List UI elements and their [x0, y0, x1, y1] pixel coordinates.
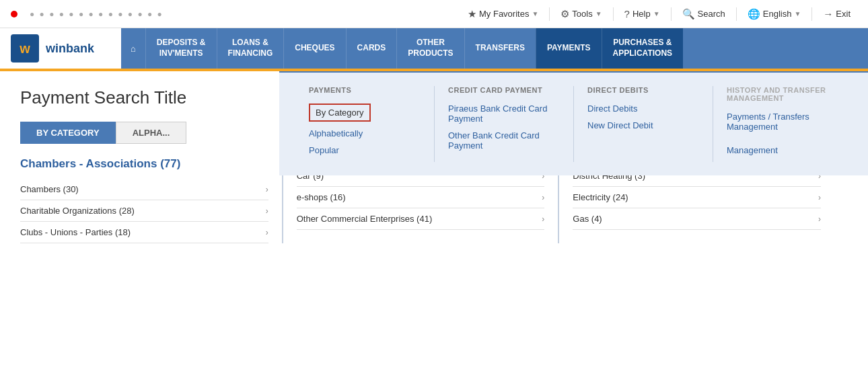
logo-icon: w — [11, 34, 39, 63]
search-label: Search — [698, 9, 725, 19]
dropdown-credit-title: CREDIT CARD PAYMENT — [448, 86, 560, 94]
url-bar: ● ● ● ● ● ● ● ● ● ● ● ● ● ● — [24, 9, 458, 19]
help-chevron: ▼ — [653, 10, 660, 17]
favorites-chevron: ▼ — [532, 10, 538, 17]
tools-icon: ⚙ — [560, 8, 569, 20]
exit-icon: → — [823, 8, 833, 19]
category-header-1: Chambers - Associations (77) — [20, 157, 268, 171]
exit-button[interactable]: → Exit — [816, 5, 857, 22]
nav-cheques[interactable]: CHEQUES — [283, 28, 345, 69]
search-button[interactable]: 🔍 Search — [676, 5, 732, 23]
tools-chevron: ▼ — [595, 10, 602, 17]
dropdown-history-col: HISTORY AND TRANSFER MANAGEMENT Payments… — [713, 86, 852, 162]
nav-loans[interactable]: LOANS &FINANCING — [217, 28, 284, 69]
divider4 — [736, 7, 737, 21]
nav-transfers[interactable]: TRANSFERS — [464, 28, 536, 69]
chevron-icon: › — [542, 193, 544, 202]
logo-area: w winbank — [0, 28, 121, 69]
nav-other-products[interactable]: OTHERPRODUCTS — [396, 28, 464, 69]
globe-icon: 🌐 — [748, 8, 760, 20]
dropdown-debits-col: DIRECT DEBITS Direct Debits New Direct D… — [574, 86, 713, 162]
chevron-icon: › — [266, 206, 268, 216]
exit-label: Exit — [836, 9, 851, 19]
home-button[interactable]: ⌂ — [121, 28, 145, 69]
help-icon: ? — [624, 8, 630, 19]
top-bar: ● ● ● ● ● ● ● ● ● ● ● ● ● ● ★ My Favorit… — [0, 0, 868, 28]
lang-chevron: ▼ — [794, 10, 801, 17]
nav-payments[interactable]: PAYMENTS — [536, 28, 602, 69]
category-item-clubs[interactable]: Clubs - Unions - Parties (18) › — [20, 222, 268, 243]
category-item-charitable[interactable]: Charitable Organizations (28) › — [20, 200, 268, 222]
dropdown-by-category[interactable]: By Category — [309, 104, 371, 122]
payments-dropdown: PAYMENTS By Category Alphabetically Popu… — [279, 71, 868, 175]
language-button[interactable]: 🌐 English ▼ — [741, 5, 808, 23]
category-item-electricity[interactable]: Electricity (24) › — [573, 187, 821, 208]
chevron-icon: › — [266, 228, 268, 237]
dropdown-alphabetically[interactable]: Alphabetically — [309, 128, 421, 138]
category-item-chambers[interactable]: Chambers (30) › — [20, 179, 268, 200]
dropdown-payments-title: PAYMENTS — [309, 86, 421, 94]
logo-text: winbank — [46, 42, 94, 56]
language-label: English — [763, 9, 792, 19]
category-item-eshops[interactable]: e-shops (16) › — [297, 187, 545, 208]
chevron-icon: › — [266, 185, 268, 194]
favorites-label: My Favorites — [479, 9, 529, 19]
help-button[interactable]: ? Help ▼ — [618, 5, 667, 22]
dropdown-history-title: HISTORY AND TRANSFER MANAGEMENT — [727, 86, 838, 102]
dropdown-new-direct-debit[interactable]: New Direct Debit — [587, 120, 699, 130]
nav-deposits[interactable]: DEPOSITS &INV'MENTS — [145, 28, 217, 69]
category-item-commercial[interactable]: Other Commercial Enterprises (41) › — [297, 208, 545, 230]
help-label: Help — [632, 9, 651, 19]
search-icon: 🔍 — [682, 8, 695, 20]
chevron-icon: › — [542, 214, 544, 224]
tab-by-category[interactable]: BY CATEGORY — [20, 122, 116, 144]
nav-bar: w winbank ⌂ DEPOSITS &INV'MENTS LOANS &F… — [0, 28, 868, 69]
my-favorites-button[interactable]: ★ My Favorites ▼ — [461, 5, 545, 23]
logo-char: w — [20, 41, 30, 56]
chevron-icon: › — [818, 193, 821, 202]
divider2 — [613, 7, 614, 21]
home-icon: ⌂ — [131, 44, 136, 54]
chevron-icon: › — [818, 214, 821, 224]
category-col-1: Chambers - Associations (77) Chambers (3… — [20, 157, 283, 243]
dropdown-other-cc[interactable]: Other Bank Credit Card Payment — [448, 130, 560, 151]
dropdown-management[interactable]: Management — [727, 145, 838, 155]
dropdown-popular[interactable]: Popular — [309, 145, 421, 155]
nav-items: DEPOSITS &INV'MENTS LOANS &FINANCING CHE… — [145, 28, 868, 69]
dropdown-payments-col: PAYMENTS By Category Alphabetically Popu… — [295, 86, 435, 162]
nav-cards[interactable]: CARDS — [346, 28, 397, 69]
divider — [549, 7, 550, 21]
tab-alphabetically[interactable]: ALPHA... — [116, 122, 187, 144]
favorites-icon: ★ — [468, 8, 476, 20]
tools-button[interactable]: ⚙ Tools ▼ — [554, 5, 608, 23]
dropdown-piraeus-cc[interactable]: Piraeus Bank Credit Card Payment — [448, 104, 560, 124]
dropdown-direct-debits[interactable]: Direct Debits — [587, 104, 699, 114]
divider5 — [811, 7, 812, 21]
dropdown-debits-title: DIRECT DEBITS — [587, 86, 699, 94]
divider3 — [671, 7, 672, 21]
tools-label: Tools — [572, 9, 592, 19]
dropdown-payments-transfers[interactable]: Payments / Transfers Management — [727, 112, 838, 132]
status-dot — [11, 11, 17, 17]
nav-purchases[interactable]: PURCHASES &APPLICATIONS — [602, 28, 683, 69]
dropdown-credit-col: CREDIT CARD PAYMENT Piraeus Bank Credit … — [435, 86, 574, 162]
category-item-gas[interactable]: Gas (4) › — [573, 208, 821, 230]
